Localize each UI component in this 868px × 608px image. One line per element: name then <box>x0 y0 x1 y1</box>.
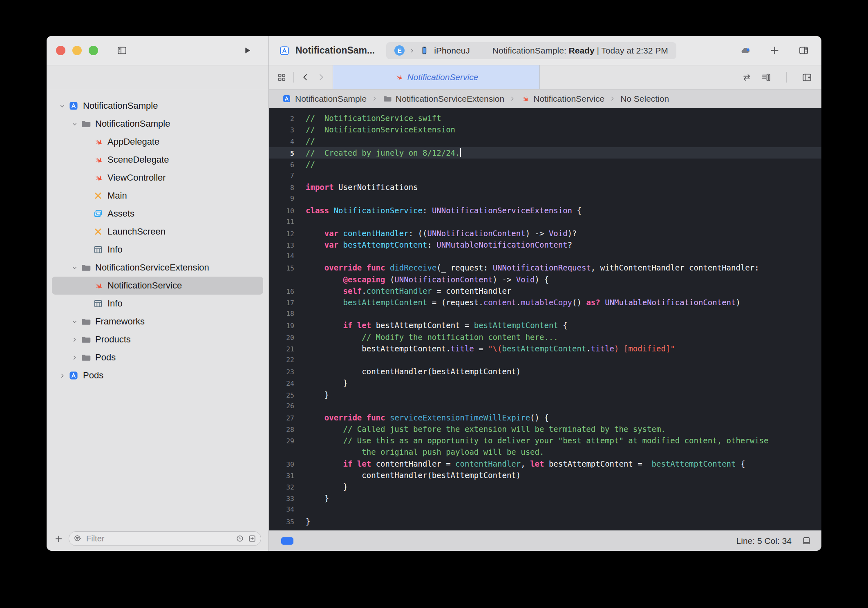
tree-item-main[interactable]: Main <box>52 187 263 205</box>
line-number[interactable]: 17 <box>269 297 294 309</box>
find-navigator-icon[interactable] <box>130 77 132 78</box>
disclosure-open-icon[interactable] <box>68 265 81 271</box>
tree-item-info[interactable]: Info <box>52 295 263 313</box>
line-number[interactable]: 26 <box>269 400 294 412</box>
disclosure-open-icon[interactable] <box>68 121 81 127</box>
go-back-icon[interactable] <box>300 72 310 82</box>
tree-item-frameworks[interactable]: Frameworks <box>52 313 263 331</box>
line-number[interactable]: 30 <box>269 459 294 470</box>
editor-mode-indicator[interactable] <box>281 537 293 545</box>
tree-item-assets[interactable]: Assets <box>52 205 263 223</box>
zoom-button[interactable] <box>89 46 98 55</box>
adjust-editor-options-icon[interactable] <box>761 72 772 83</box>
run-button[interactable] <box>242 45 252 56</box>
activity-status[interactable]: NotificationSample: Ready | Today at 2:3… <box>492 46 668 56</box>
filter-field[interactable] <box>69 531 261 546</box>
tree-item-label: LaunchScreen <box>107 226 166 237</box>
tree-item-notificationsample[interactable]: NotificationSample <box>52 97 263 115</box>
line-number[interactable]: 19 <box>269 320 294 332</box>
tree-item-notificationserviceextension[interactable]: NotificationServiceExtension <box>52 259 263 277</box>
issue-navigator-icon[interactable] <box>157 77 159 78</box>
code-line: 7 <box>269 170 821 181</box>
tree-item-viewcontroller[interactable]: ViewController <box>52 169 263 187</box>
recent-files-icon[interactable] <box>235 534 244 543</box>
line-number[interactable]: 7 <box>269 170 294 181</box>
scheme-badge[interactable]: E <box>394 45 405 56</box>
related-items-icon[interactable] <box>277 72 287 83</box>
disclosure-closed-icon[interactable] <box>68 355 81 361</box>
line-number[interactable]: 33 <box>269 493 294 505</box>
line-number[interactable]: 11 <box>269 216 294 228</box>
line-number[interactable]: 31 <box>269 470 294 482</box>
filter-input[interactable] <box>85 534 232 544</box>
line-number[interactable]: 12 <box>269 228 294 240</box>
tree-item-launchscreen[interactable]: LaunchScreen <box>52 223 263 241</box>
line-number[interactable]: 35 <box>269 516 294 528</box>
line-number[interactable]: 6 <box>269 159 294 171</box>
bookmark-navigator-icon[interactable] <box>104 77 106 78</box>
project-navigator-icon[interactable] <box>51 77 53 78</box>
line-number[interactable]: 15 <box>269 263 294 274</box>
code-review-icon[interactable] <box>741 72 752 83</box>
line-number[interactable]: 10 <box>269 206 294 217</box>
go-forward-icon[interactable] <box>316 72 326 82</box>
run-destination[interactable]: iPhoneuJ <box>434 46 470 56</box>
line-number[interactable]: 5 <box>269 148 294 159</box>
line-number[interactable]: 32 <box>269 482 294 493</box>
disclosure-open-icon[interactable] <box>56 103 68 109</box>
line-number[interactable]: 3 <box>269 125 294 136</box>
show-added-files-icon[interactable] <box>248 534 257 543</box>
line-number[interactable]: 23 <box>269 367 294 378</box>
line-number[interactable]: 27 <box>269 413 294 424</box>
line-number[interactable]: 16 <box>269 286 294 297</box>
test-navigator-icon[interactable] <box>183 77 185 78</box>
source-control-navigator-icon[interactable] <box>78 77 79 78</box>
close-button[interactable] <box>56 46 65 55</box>
report-navigator-icon[interactable] <box>262 77 264 78</box>
cloud-status-icon[interactable] <box>740 45 751 56</box>
new-tab-icon[interactable] <box>769 45 780 56</box>
line-number[interactable]: 14 <box>269 250 294 262</box>
tab-notificationservice[interactable]: NotificationService <box>333 65 540 89</box>
line-number[interactable]: 22 <box>269 354 294 366</box>
plist-icon <box>93 298 103 309</box>
line-number[interactable]: 2 <box>269 113 294 125</box>
tree-item-notificationsample[interactable]: NotificationSample <box>52 115 263 133</box>
jump-bar-item[interactable]: NotificationServiceExtension <box>383 94 504 104</box>
tree-item-scenedelegate[interactable]: SceneDelegate <box>52 151 263 169</box>
line-number[interactable]: 34 <box>269 504 294 515</box>
disclosure-closed-icon[interactable] <box>68 337 81 343</box>
line-number[interactable]: 24 <box>269 378 294 389</box>
minimize-button[interactable] <box>72 46 82 55</box>
disclosure-closed-icon[interactable] <box>56 373 68 379</box>
tree-item-notificationservice[interactable]: NotificationService <box>52 277 263 295</box>
line-number[interactable]: 9 <box>269 193 294 204</box>
line-number[interactable]: 29 <box>269 436 294 447</box>
line-number[interactable]: 13 <box>269 240 294 251</box>
tree-item-products[interactable]: Products <box>52 331 263 349</box>
toggle-navigator-icon[interactable] <box>116 45 128 56</box>
swift-icon <box>93 172 103 183</box>
tree-item-appdelegate[interactable]: AppDelegate <box>52 133 263 151</box>
line-number[interactable]: 28 <box>269 424 294 436</box>
jump-bar-item[interactable]: NotificationService <box>520 94 604 104</box>
tree-item-pods[interactable]: Pods <box>52 349 263 367</box>
jump-bar-item[interactable]: NotificationSample <box>282 94 367 104</box>
add-item-icon[interactable] <box>54 534 63 543</box>
debug-navigator-icon[interactable] <box>209 77 211 78</box>
add-editor-icon[interactable] <box>801 72 812 83</box>
line-number[interactable]: 8 <box>269 182 294 194</box>
line-number[interactable]: 20 <box>269 332 294 344</box>
disclosure-open-icon[interactable] <box>68 319 81 325</box>
jump-bar-item[interactable]: No Selection <box>620 94 669 104</box>
line-number[interactable]: 18 <box>269 308 294 320</box>
editor-canvas-icon[interactable] <box>801 536 812 546</box>
toggle-inspector-icon[interactable] <box>798 45 809 56</box>
code-editor[interactable]: 2// NotificationService.swift3// Notific… <box>269 108 821 530</box>
tree-item-info[interactable]: Info <box>52 241 263 259</box>
line-number[interactable]: 4 <box>269 136 294 148</box>
line-number[interactable]: 25 <box>269 390 294 401</box>
tree-item-pods[interactable]: Pods <box>52 367 263 384</box>
breakpoint-navigator-icon[interactable] <box>236 77 237 78</box>
line-number[interactable]: 21 <box>269 344 294 355</box>
